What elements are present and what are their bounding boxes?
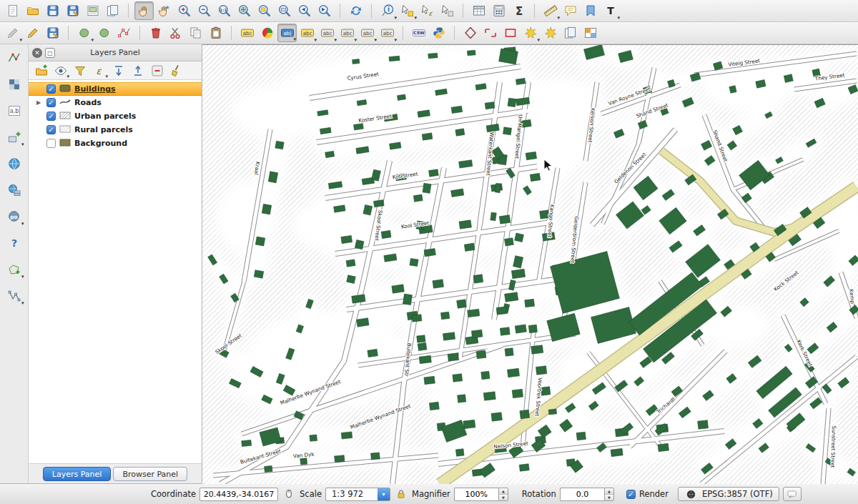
magnifier-input[interactable] (454, 488, 498, 501)
refresh-map-button[interactable] (346, 1, 365, 20)
csw-metasearch-button[interactable]: CSW (409, 24, 428, 42)
expand-all-button[interactable] (110, 63, 127, 79)
filter-by-expression-button[interactable]: ε▾ (91, 63, 108, 79)
new-bookmark-button[interactable] (581, 1, 600, 20)
cut-features-button[interactable] (166, 24, 185, 42)
node-tool-button[interactable] (114, 24, 134, 42)
rectangle-tool-button[interactable] (500, 24, 520, 42)
layer-item-background[interactable]: Background (29, 137, 202, 150)
add-vector-layer-button[interactable] (4, 49, 24, 67)
map-tips-button[interactable] (561, 1, 580, 20)
measure-line-button[interactable]: ▾ (541, 1, 560, 20)
delete-selected-button[interactable] (146, 24, 165, 42)
dropdown-arrow-icon[interactable]: ▾ (66, 74, 69, 79)
panel-tab-browser-panel[interactable]: Browser Panel (113, 467, 187, 481)
dropdown-arrow-icon[interactable]: ▾ (354, 38, 357, 43)
dropdown-arrow-icon[interactable]: ▾ (21, 142, 24, 147)
new-layout-button[interactable] (561, 24, 580, 42)
label-toolbar-button[interactable]: abc (237, 24, 257, 42)
clear-all-button[interactable] (168, 63, 185, 79)
layer-visibility-checkbox[interactable]: ✓ (46, 98, 56, 107)
coordinate-input[interactable] (199, 488, 278, 501)
layer-visibility-checkbox[interactable]: ✓ (46, 84, 56, 94)
layer-visibility-checkbox[interactable]: ✓ (46, 112, 56, 121)
dropdown-arrow-icon[interactable]: ▾ (414, 16, 417, 21)
save-project-button[interactable] (43, 1, 62, 20)
layer-item-buildings[interactable]: ✓Buildings (29, 82, 202, 96)
shape-diamond-button[interactable] (460, 24, 480, 42)
filter-legend-button[interactable] (72, 63, 89, 79)
layer-labeling-options-button[interactable] (257, 24, 277, 42)
dropdown-arrow-icon[interactable]: ▾ (334, 38, 337, 43)
dropdown-arrow-icon[interactable]: ▾ (394, 38, 397, 43)
zoom-last-button[interactable] (295, 1, 314, 20)
layer-expander-icon[interactable]: ▶ (34, 99, 43, 106)
layer-visibility-checkbox[interactable] (46, 139, 56, 148)
select-by-expression-button[interactable]: ε (418, 1, 437, 20)
dropdown-arrow-icon[interactable]: ▾ (21, 301, 24, 306)
pan-map-button[interactable] (134, 1, 154, 20)
render-checkbox[interactable]: ✓ (626, 490, 636, 499)
text-annotation-button[interactable]: T▾ (601, 1, 620, 20)
zoom-out-button[interactable] (194, 1, 214, 20)
scale-combo[interactable]: 1:3 972 ▾ (325, 488, 390, 501)
metasearch-help-button[interactable]: ? (4, 234, 24, 252)
magnifier-stepper[interactable]: ▲▼ (498, 488, 508, 501)
add-layer-group-button[interactable]: ▾ (4, 128, 24, 147)
burst-tool-1-button[interactable]: ▾ (521, 24, 540, 42)
layer-item-rural-parcels[interactable]: ✓Rural parcels (29, 123, 202, 137)
zoom-to-selection-button[interactable] (255, 1, 274, 20)
new-shapefile-layer-button[interactable]: ▾ (4, 260, 24, 279)
move-feature-button[interactable] (94, 24, 114, 42)
paste-features-button[interactable] (206, 24, 225, 42)
toggle-editing-button[interactable] (23, 24, 42, 42)
current-edits-button[interactable]: ▾ (3, 24, 22, 42)
new-project-button[interactable] (3, 1, 22, 20)
remove-layer-button[interactable] (149, 63, 166, 79)
add-feature-button[interactable]: ▾ (74, 24, 94, 42)
panel-close-button[interactable]: ✕ (32, 48, 42, 58)
select-features-button[interactable]: ▾ (398, 1, 417, 20)
add-raster-layer-button[interactable] (4, 75, 24, 94)
zoom-in-button[interactable] (174, 1, 194, 20)
zoom-actual-button[interactable]: 1:1 (214, 1, 234, 20)
dropdown-arrow-icon[interactable]: ▾ (21, 222, 24, 227)
collapse-all-button[interactable] (129, 63, 147, 79)
messages-button[interactable] (783, 487, 802, 501)
zoom-to-layer-button[interactable] (275, 1, 294, 20)
add-wms-layer-button[interactable] (4, 154, 24, 173)
dropdown-arrow-icon[interactable]: ▾ (91, 38, 94, 43)
copy-features-button[interactable] (186, 24, 205, 42)
label-abc-2-button[interactable]: abc▾ (317, 24, 337, 42)
layer-item-roads[interactable]: ▶✓Roads (29, 96, 202, 109)
open-attribute-table-button[interactable] (469, 1, 488, 20)
label-settings-button[interactable]: ab|▾ (277, 24, 297, 42)
burst-tool-2-button[interactable] (541, 24, 560, 42)
add-delimited-text-layer-button[interactable]: a,b (4, 102, 24, 120)
zoom-next-button[interactable] (315, 1, 334, 20)
layer-visibility-checkbox[interactable]: ✓ (46, 125, 56, 134)
composer-manager-button[interactable] (103, 1, 122, 20)
manage-visibility-button[interactable]: ▾ (52, 63, 69, 79)
dropdown-arrow-icon[interactable]: ▾ (537, 38, 540, 43)
scale-dropdown-button[interactable]: ▾ (378, 488, 390, 500)
pan-to-selection-button[interactable] (154, 1, 174, 20)
map-canvas[interactable]: Cyrus StreetKoster StreetKot StreetKool … (202, 44, 858, 483)
deselect-features-button[interactable] (438, 1, 457, 20)
statistical-summary-button[interactable]: Σ (509, 1, 528, 20)
dropdown-arrow-icon[interactable]: ▾ (557, 16, 560, 21)
label-abc-4-button[interactable]: abc▾ (358, 24, 377, 42)
add-group-button[interactable] (33, 63, 50, 79)
mouse-position-icon[interactable] (282, 487, 296, 501)
extent-tool-button[interactable] (480, 24, 500, 42)
crs-status-button[interactable]: EPSG:3857 (OTF) (678, 487, 779, 501)
scale-lock-icon[interactable] (394, 487, 408, 501)
label-abc-3-button[interactable]: abc▾ (337, 24, 357, 42)
add-wcs-layer-button[interactable] (4, 181, 24, 199)
save-layer-edits-button[interactable] (43, 24, 62, 42)
panel-tab-layers-panel[interactable]: Layers Panel (43, 467, 112, 481)
add-postgis-layer-button[interactable]: po▾ (4, 207, 24, 226)
dropdown-arrow-icon[interactable]: ▾ (374, 38, 377, 43)
open-project-button[interactable] (23, 1, 42, 20)
dropdown-arrow-icon[interactable]: ▾ (293, 37, 296, 42)
